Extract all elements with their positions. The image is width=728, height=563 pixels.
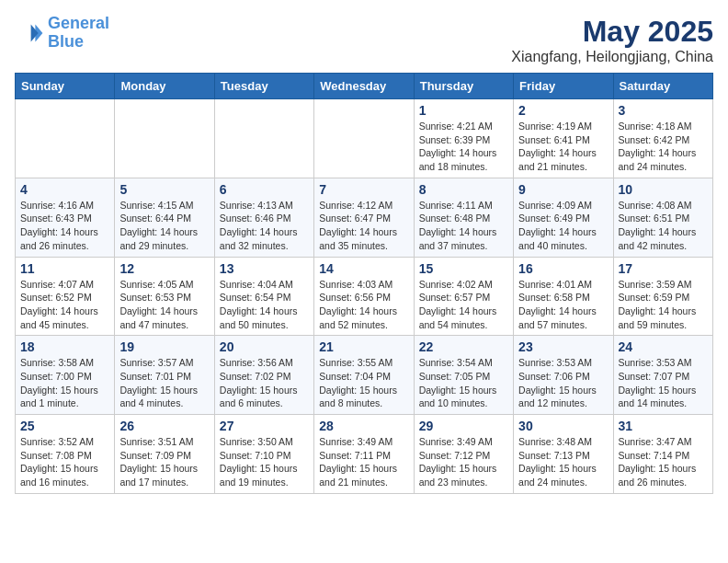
table-cell: 19Sunrise: 3:57 AM Sunset: 7:01 PM Dayli… — [115, 336, 214, 415]
week-row-2: 4Sunrise: 4:16 AM Sunset: 6:43 PM Daylig… — [16, 178, 713, 257]
title-block: May 2025 Xiangfang, Heilongjiang, China — [511, 15, 713, 65]
day-number: 24 — [619, 339, 708, 354]
day-info: Sunrise: 3:59 AM Sunset: 6:59 PM Dayligh… — [619, 278, 708, 332]
table-cell: 13Sunrise: 4:04 AM Sunset: 6:54 PM Dayli… — [214, 257, 313, 336]
day-info: Sunrise: 4:21 AM Sunset: 6:39 PM Dayligh… — [419, 120, 508, 174]
day-number: 13 — [220, 261, 309, 276]
day-info: Sunrise: 4:15 AM Sunset: 6:44 PM Dayligh… — [119, 199, 209, 253]
day-number: 26 — [119, 419, 209, 433]
day-info: Sunrise: 3:57 AM Sunset: 7:01 PM Dayligh… — [119, 356, 209, 410]
day-info: Sunrise: 4:07 AM Sunset: 6:52 PM Dayligh… — [20, 278, 109, 332]
logo: General Blue — [15, 15, 109, 52]
week-row-3: 11Sunrise: 4:07 AM Sunset: 6:52 PM Dayli… — [16, 257, 713, 336]
logo-icon — [15, 18, 44, 48]
day-number: 6 — [220, 182, 309, 197]
day-info: Sunrise: 4:19 AM Sunset: 6:41 PM Dayligh… — [518, 120, 608, 174]
day-number: 29 — [419, 419, 508, 433]
table-cell: 26Sunrise: 3:51 AM Sunset: 7:09 PM Dayli… — [115, 415, 214, 494]
day-info: Sunrise: 4:16 AM Sunset: 6:43 PM Dayligh… — [20, 199, 109, 253]
table-cell — [214, 99, 313, 178]
day-number: 1 — [419, 103, 508, 118]
day-number: 8 — [419, 182, 508, 197]
day-info: Sunrise: 3:47 AM Sunset: 7:14 PM Dayligh… — [619, 435, 708, 489]
week-row-4: 18Sunrise: 3:58 AM Sunset: 7:00 PM Dayli… — [16, 336, 713, 415]
table-cell: 21Sunrise: 3:55 AM Sunset: 7:04 PM Dayli… — [314, 336, 414, 415]
day-info: Sunrise: 4:18 AM Sunset: 6:42 PM Dayligh… — [619, 120, 708, 174]
day-info: Sunrise: 4:13 AM Sunset: 6:46 PM Dayligh… — [220, 199, 309, 253]
table-cell: 8Sunrise: 4:11 AM Sunset: 6:48 PM Daylig… — [414, 178, 513, 257]
day-number: 28 — [319, 419, 408, 433]
day-info: Sunrise: 4:08 AM Sunset: 6:51 PM Dayligh… — [619, 199, 708, 253]
day-info: Sunrise: 3:52 AM Sunset: 7:08 PM Dayligh… — [20, 435, 109, 489]
day-number: 30 — [518, 419, 608, 433]
day-number: 18 — [20, 339, 109, 354]
day-info: Sunrise: 3:48 AM Sunset: 7:13 PM Dayligh… — [518, 435, 608, 489]
day-number: 21 — [319, 339, 408, 354]
day-info: Sunrise: 4:12 AM Sunset: 6:47 PM Dayligh… — [319, 199, 408, 253]
day-info: Sunrise: 4:03 AM Sunset: 6:56 PM Dayligh… — [319, 278, 408, 332]
table-cell: 14Sunrise: 4:03 AM Sunset: 6:56 PM Dayli… — [314, 257, 414, 336]
day-info: Sunrise: 3:56 AM Sunset: 7:02 PM Dayligh… — [220, 356, 309, 410]
table-cell: 10Sunrise: 4:08 AM Sunset: 6:51 PM Dayli… — [613, 178, 712, 257]
day-info: Sunrise: 3:53 AM Sunset: 7:07 PM Dayligh… — [619, 356, 708, 410]
table-cell: 20Sunrise: 3:56 AM Sunset: 7:02 PM Dayli… — [214, 336, 313, 415]
day-number: 7 — [319, 182, 408, 197]
day-number: 10 — [619, 182, 708, 197]
logo-line1: General — [48, 14, 109, 32]
table-cell: 11Sunrise: 4:07 AM Sunset: 6:52 PM Dayli… — [16, 257, 115, 336]
day-number: 27 — [220, 419, 309, 433]
header-saturday: Saturday — [613, 74, 712, 99]
logo-text: General Blue — [48, 15, 109, 52]
table-cell: 18Sunrise: 3:58 AM Sunset: 7:00 PM Dayli… — [16, 336, 115, 415]
day-number: 9 — [518, 182, 608, 197]
table-cell: 17Sunrise: 3:59 AM Sunset: 6:59 PM Dayli… — [613, 257, 712, 336]
day-info: Sunrise: 4:05 AM Sunset: 6:53 PM Dayligh… — [119, 278, 209, 332]
table-cell: 16Sunrise: 4:01 AM Sunset: 6:58 PM Dayli… — [514, 257, 613, 336]
page-header: General Blue May 2025 Xiangfang, Heilong… — [15, 15, 713, 65]
day-number: 15 — [419, 261, 508, 276]
day-number: 23 — [518, 339, 608, 354]
table-cell: 25Sunrise: 3:52 AM Sunset: 7:08 PM Dayli… — [16, 415, 115, 494]
header-friday: Friday — [514, 74, 613, 99]
calendar: Sunday Monday Tuesday Wednesday Thursday… — [15, 73, 713, 494]
table-cell: 15Sunrise: 4:02 AM Sunset: 6:57 PM Dayli… — [414, 257, 513, 336]
day-info: Sunrise: 3:51 AM Sunset: 7:09 PM Dayligh… — [119, 435, 209, 489]
day-info: Sunrise: 3:55 AM Sunset: 7:04 PM Dayligh… — [319, 356, 408, 410]
day-number: 22 — [419, 339, 508, 354]
day-number: 2 — [518, 103, 608, 118]
table-cell: 3Sunrise: 4:18 AM Sunset: 6:42 PM Daylig… — [613, 99, 712, 178]
table-cell: 9Sunrise: 4:09 AM Sunset: 6:49 PM Daylig… — [514, 178, 613, 257]
day-info: Sunrise: 4:01 AM Sunset: 6:58 PM Dayligh… — [518, 278, 608, 332]
day-info: Sunrise: 3:49 AM Sunset: 7:11 PM Dayligh… — [319, 435, 408, 489]
day-info: Sunrise: 3:50 AM Sunset: 7:10 PM Dayligh… — [220, 435, 309, 489]
day-number: 14 — [319, 261, 408, 276]
day-info: Sunrise: 4:02 AM Sunset: 6:57 PM Dayligh… — [419, 278, 508, 332]
day-number: 5 — [119, 182, 209, 197]
day-info: Sunrise: 3:53 AM Sunset: 7:06 PM Dayligh… — [518, 356, 608, 410]
table-cell: 23Sunrise: 3:53 AM Sunset: 7:06 PM Dayli… — [514, 336, 613, 415]
table-cell: 30Sunrise: 3:48 AM Sunset: 7:13 PM Dayli… — [514, 415, 613, 494]
table-cell: 1Sunrise: 4:21 AM Sunset: 6:39 PM Daylig… — [414, 99, 513, 178]
header-thursday: Thursday — [414, 74, 513, 99]
header-sunday: Sunday — [16, 74, 115, 99]
table-cell: 27Sunrise: 3:50 AM Sunset: 7:10 PM Dayli… — [214, 415, 313, 494]
table-cell: 29Sunrise: 3:49 AM Sunset: 7:12 PM Dayli… — [414, 415, 513, 494]
day-number: 25 — [20, 419, 109, 433]
header-tuesday: Tuesday — [214, 74, 313, 99]
table-cell: 4Sunrise: 4:16 AM Sunset: 6:43 PM Daylig… — [16, 178, 115, 257]
table-cell: 31Sunrise: 3:47 AM Sunset: 7:14 PM Dayli… — [613, 415, 712, 494]
logo-line2: Blue — [48, 32, 84, 51]
day-number: 4 — [20, 182, 109, 197]
location: Xiangfang, Heilongjiang, China — [511, 49, 713, 65]
header-monday: Monday — [115, 74, 214, 99]
day-info: Sunrise: 3:49 AM Sunset: 7:12 PM Dayligh… — [419, 435, 508, 489]
table-cell: 28Sunrise: 3:49 AM Sunset: 7:11 PM Dayli… — [314, 415, 414, 494]
table-cell: 12Sunrise: 4:05 AM Sunset: 6:53 PM Dayli… — [115, 257, 214, 336]
calendar-header-row: Sunday Monday Tuesday Wednesday Thursday… — [16, 74, 713, 99]
table-cell — [16, 99, 115, 178]
day-number: 12 — [119, 261, 209, 276]
day-number: 20 — [220, 339, 309, 354]
day-info: Sunrise: 3:58 AM Sunset: 7:00 PM Dayligh… — [20, 356, 109, 410]
table-cell: 6Sunrise: 4:13 AM Sunset: 6:46 PM Daylig… — [214, 178, 313, 257]
header-wednesday: Wednesday — [314, 74, 414, 99]
